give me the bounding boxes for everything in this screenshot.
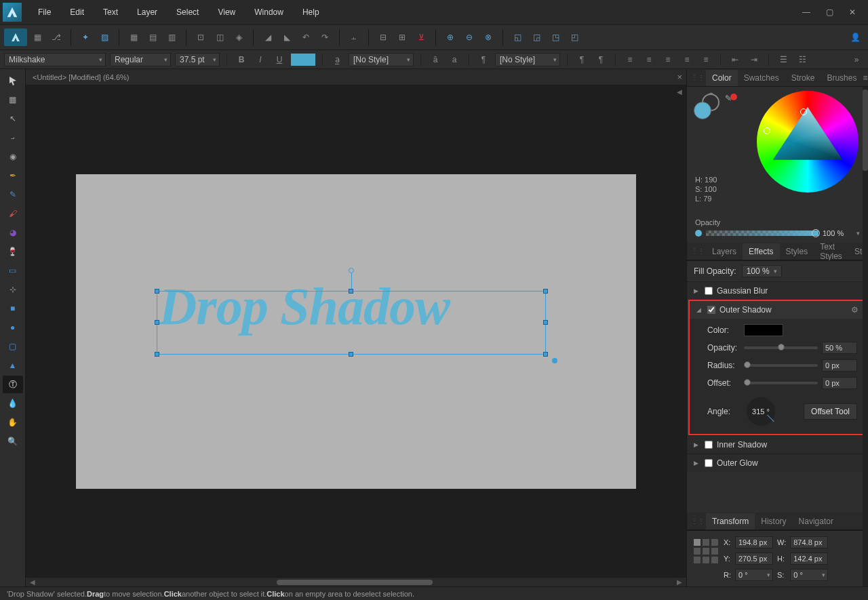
tab-swatches[interactable]: Swatches [738,70,785,86]
move-back-icon[interactable]: ◱ [509,28,526,46]
view-mode-icon[interactable]: ▦ [28,28,46,46]
handle-br[interactable] [543,352,548,357]
move-backward-icon[interactable]: ◲ [528,28,545,46]
anchor-point-selector[interactable] [694,539,718,563]
brush-tool-icon[interactable]: 🖌 [3,205,23,222]
tab-transform[interactable]: Transform [706,513,755,529]
symbol-icon[interactable]: ✦ [77,28,94,46]
font-style-dropdown[interactable]: Regular [110,53,171,66]
handle-tr[interactable] [543,289,548,294]
list-bullet-icon[interactable]: ☰ [776,52,791,67]
transform-h[interactable]: 142.4 px [790,553,828,565]
handle-tl[interactable] [155,289,159,294]
rotation-handle[interactable] [349,268,354,273]
boolean-intersect-icon[interactable]: ⊗ [479,28,497,46]
tab-styles[interactable]: Styles [780,243,814,260]
gear-icon[interactable]: ⚙ [851,305,859,315]
disclosure-icon[interactable]: ▶ [694,460,701,466]
menu-window[interactable]: Window [245,2,293,22]
hide-icon[interactable]: ◈ [230,28,248,46]
opacity-slider[interactable] [744,346,818,349]
effect-gaussian-blur[interactable]: ▶ Gaussian Blur [687,281,868,300]
pencil-tool-icon[interactable]: ✎ [3,186,23,203]
lock-children-icon[interactable]: ⊡ [192,28,210,46]
move-forward-icon[interactable]: ◳ [547,28,564,46]
indent-right-icon[interactable]: ⇥ [747,52,762,67]
transparency-tool-icon[interactable]: 🍷 [3,243,23,260]
tab-layers[interactable]: Layers [706,243,743,260]
skew-handle[interactable] [552,358,557,363]
scrollbar-thumb[interactable] [277,580,433,585]
tab-grip-icon[interactable]: ⋮⋮ [691,247,705,255]
wheel-cursor[interactable] [764,127,770,134]
tab-stroke[interactable]: Stroke [785,70,821,86]
panel-collapse-icon[interactable]: ◀ [677,88,682,96]
panel-menu-icon[interactable]: ≡ [863,73,867,83]
app-persona-icon[interactable] [4,28,27,46]
handle-mr[interactable] [543,320,548,325]
gaussian-checkbox[interactable] [705,287,713,295]
menu-layer[interactable]: Layer [127,2,167,22]
bold-icon[interactable]: B [234,52,249,67]
effect-outer-glow[interactable]: ▶ Outer Glow [687,454,868,472]
corner-tool-icon[interactable]: ⨼ [3,129,23,146]
place-image-icon[interactable]: ▭ [3,262,23,279]
triangle-cursor[interactable] [800,108,807,115]
move-front-icon[interactable]: ◰ [566,28,583,46]
typography-icon[interactable]: a [447,52,462,67]
close-icon[interactable]: ✕ [846,6,859,18]
opacity-value[interactable]: 100 % [823,229,852,237]
crop-tool-icon[interactable]: ⊹ [3,281,23,298]
hand-tool-icon[interactable]: ✋ [3,414,23,431]
tab-history[interactable]: History [755,513,792,529]
opacity-slider[interactable] [706,231,818,236]
inner-shadow-checkbox[interactable] [705,441,713,449]
menu-view[interactable]: View [208,2,245,22]
color-picker-eyedropper-icon[interactable]: ✎ [725,94,737,106]
document-close-icon[interactable]: × [677,72,682,82]
color-triangle[interactable] [766,100,849,183]
rounded-rect-tool-icon[interactable]: ▢ [3,338,23,355]
document-tab[interactable]: <Untitled> [Modified] (64.6%) × [26,69,686,85]
menu-file[interactable]: File [28,2,60,22]
indent-left-icon[interactable]: ⇤ [728,52,743,67]
font-family-dropdown[interactable]: Milkshake [4,53,106,66]
flip-horizontal-icon[interactable]: ◢ [259,28,277,46]
align-justify-icon[interactable]: ≡ [679,52,694,67]
minimize-icon[interactable]: — [800,6,812,18]
transform-w[interactable]: 874.8 px [790,536,828,548]
disclosure-icon[interactable]: ▶ [694,287,701,294]
underline-icon[interactable]: U [272,52,287,67]
snap-guides-icon[interactable]: ▥ [163,28,180,46]
handle-bl[interactable] [155,352,159,357]
char-style-icon[interactable]: a̲ [330,52,344,67]
panel-scrollbar[interactable] [863,87,868,586]
align-right-icon[interactable]: ≡ [660,52,675,67]
menu-select[interactable]: Select [167,2,208,22]
para-style-icon[interactable]: ¶ [476,52,491,67]
distribute-icon[interactable]: ⊟ [374,28,392,46]
maximize-icon[interactable]: ▢ [823,6,835,18]
tab-grip-icon[interactable]: ⋮⋮ [691,74,705,81]
outer-shadow-checkbox[interactable] [707,306,715,314]
para-panel2-icon[interactable]: ¶ [593,52,608,67]
tab-navigator[interactable]: Navigator [793,513,840,529]
disclosure-icon[interactable]: ▶ [694,441,701,448]
constraints-icon[interactable]: ◫ [211,28,229,46]
menu-edit[interactable]: Edit [60,2,94,22]
rotate-right-icon[interactable]: ↷ [316,28,334,46]
eyedropper-tool-icon[interactable]: 💧 [3,395,23,412]
menu-text[interactable]: Text [94,2,127,22]
artboard[interactable]: Drop Shadow [76,174,636,489]
radius-slider[interactable] [744,364,818,367]
fill-stroke-selector[interactable]: ⟲ [694,94,719,119]
offset-slider[interactable] [744,382,818,384]
snap-baseline-icon[interactable]: ▤ [144,28,161,46]
para-style-dropdown[interactable]: [No Style] [495,53,560,66]
fill-tool-icon[interactable]: ◕ [3,224,23,241]
shadow-radius-value[interactable]: 0 px [822,359,857,372]
list-number-icon[interactable]: ☷ [795,52,810,67]
menu-help[interactable]: Help [293,2,329,22]
flip-vertical-icon[interactable]: ◣ [278,28,296,46]
transform-s[interactable]: 0 ° [790,569,828,581]
